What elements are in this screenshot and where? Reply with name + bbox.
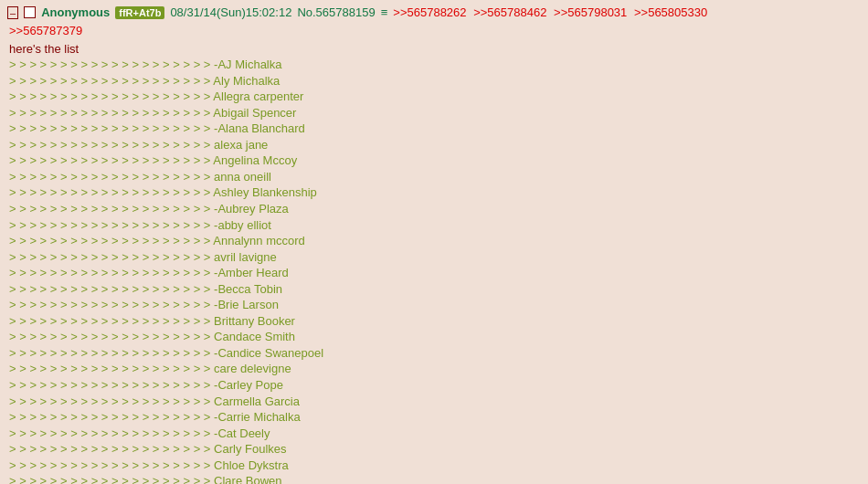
list-item: > > > > > > > > > > > > > > > > > > > > … [9, 57, 861, 73]
list-item: > > > > > > > > > > > > > > > > > > > > … [9, 249, 861, 266]
list-item: > > > > > > > > > > > > > > > > > > > > … [9, 169, 861, 185]
intro-text: here's the list [9, 42, 79, 56]
list-item: > > > > > > > > > > > > > > > > > > > > … [9, 153, 861, 169]
list-item: > > > > > > > > > > > > > > > > > > > > … [9, 137, 861, 153]
name-list: > > > > > > > > > > > > > > > > > > > > … [9, 57, 861, 484]
list-item: > > > > > > > > > > > > > > > > > > > > … [9, 73, 861, 89]
post-body: >>565787379 here's the list > > > > > > … [7, 23, 861, 484]
list-item: > > > > > > > > > > > > > > > > > > > > … [9, 265, 861, 281]
post-number: No.565788159 [297, 5, 375, 19]
post-container: – Anonymous ffR+At7b 08/31/14(Sun)15:02:… [4, 4, 864, 484]
list-item: > > > > > > > > > > > > > > > > > > > > … [9, 105, 861, 121]
anonymous-label: Anonymous [41, 5, 110, 19]
list-item: > > > > > > > > > > > > > > > > > > > > … [9, 426, 861, 442]
post-checkbox[interactable] [24, 6, 36, 18]
list-item: > > > > > > > > > > > > > > > > > > > > … [9, 121, 861, 137]
post-date: 08/31/14(Sun)15:02:12 [170, 5, 291, 19]
list-item: > > > > > > > > > > > > > > > > > > > > … [9, 345, 861, 362]
list-item: > > > > > > > > > > > > > > > > > > > > … [9, 184, 861, 201]
list-item: > > > > > > > > > > > > > > > > > > > > … [9, 89, 861, 105]
list-item: > > > > > > > > > > > > > > > > > > > > … [9, 377, 861, 394]
post-header: – Anonymous ffR+At7b 08/31/14(Sun)15:02:… [7, 5, 861, 19]
list-item: > > > > > > > > > > > > > > > > > > > > … [9, 458, 861, 474]
reply-link-1[interactable]: >>565788262 [393, 5, 466, 19]
list-item: > > > > > > > > > > > > > > > > > > > > … [9, 441, 861, 458]
menu-icon[interactable]: ≡ [381, 5, 388, 19]
list-item: > > > > > > > > > > > > > > > > > > > > … [9, 217, 861, 234]
list-item: > > > > > > > > > > > > > > > > > > > > … [9, 313, 861, 330]
list-item: > > > > > > > > > > > > > > > > > > > > … [9, 409, 861, 426]
list-item: > > > > > > > > > > > > > > > > > > > > … [9, 361, 861, 377]
minimize-icon[interactable]: – [7, 6, 18, 19]
list-item: > > > > > > > > > > > > > > > > > > > > … [9, 297, 861, 313]
reply-link-2[interactable]: >>565788462 [473, 5, 546, 19]
list-item: > > > > > > > > > > > > > > > > > > > > … [9, 233, 861, 249]
reply-link-3[interactable]: >>565798031 [554, 5, 627, 19]
quote-link[interactable]: >>565787379 [9, 23, 861, 39]
page-wrapper: – Anonymous ffR+At7b 08/31/14(Sun)15:02:… [0, 0, 868, 484]
list-item: > > > > > > > > > > > > > > > > > > > > … [9, 394, 861, 410]
list-item: > > > > > > > > > > > > > > > > > > > > … [9, 281, 861, 298]
list-item: > > > > > > > > > > > > > > > > > > > > … [9, 473, 861, 484]
poster-tag: ffR+At7b [115, 6, 164, 19]
list-item: > > > > > > > > > > > > > > > > > > > > … [9, 201, 861, 217]
list-item: > > > > > > > > > > > > > > > > > > > > … [9, 329, 861, 345]
reply-link-4[interactable]: >>565805330 [634, 5, 707, 19]
reply-links: >>565788262 >>565788462 >>565798031 >>56… [393, 5, 711, 19]
